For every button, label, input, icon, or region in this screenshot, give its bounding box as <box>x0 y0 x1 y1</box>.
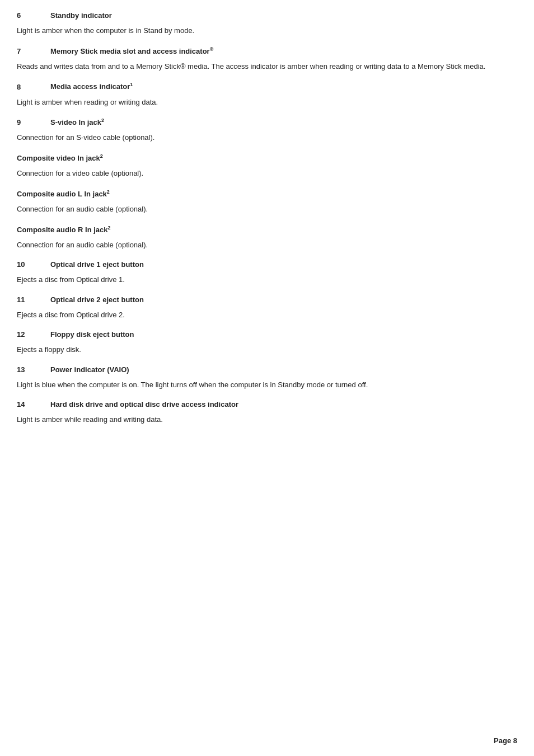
section-title-sup: 2 <box>101 118 104 123</box>
section-body: Light is amber when the computer is in S… <box>17 25 517 36</box>
section-9: 9S-video In jack2Connection for an S-vid… <box>17 118 517 143</box>
section-header: 10Optical drive 1 eject button <box>17 260 517 269</box>
section-body: Connection for an audio cable (optional)… <box>17 240 517 251</box>
section-6: 6Standby indicatorLight is amber when th… <box>17 11 517 36</box>
section-body: Ejects a floppy disk. <box>17 344 517 355</box>
section-body: Reads and writes data from and to a Memo… <box>17 61 517 72</box>
section-nn-5: Composite audio L In jack2Connection for… <box>17 189 517 215</box>
section-title: Media access indicator1 <box>50 82 133 91</box>
section-header: 11Optical drive 2 eject button <box>17 295 517 304</box>
section-title-no-number: Composite audio R In jack2 <box>17 225 517 234</box>
section-title-sup: ® <box>210 46 214 52</box>
section-body: Ejects a disc from Optical drive 1. <box>17 274 517 285</box>
section-number: 6 <box>17 11 50 20</box>
section-title-sup: 1 <box>130 82 133 87</box>
section-title-text: Composite audio L In jack <box>17 190 107 198</box>
section-title: Standby indicator <box>50 11 112 20</box>
section-number: 10 <box>17 260 50 269</box>
section-title-text: Composite audio R In jack <box>17 226 108 234</box>
section-13: 13Power indicator (VAIO)Light is blue wh… <box>17 365 517 391</box>
section-number: 11 <box>17 295 50 304</box>
section-header: 12Floppy disk eject button <box>17 330 517 339</box>
section-body: Light is blue when the computer is on. T… <box>17 379 517 391</box>
section-header: 13Power indicator (VAIO) <box>17 365 517 374</box>
section-title: Optical drive 2 eject button <box>50 295 144 304</box>
section-title-text: Composite video In jack <box>17 154 100 162</box>
section-nn-4: Composite video In jack2Connection for a… <box>17 153 517 179</box>
section-7: 7Memory Stick media slot and access indi… <box>17 46 517 72</box>
section-title-sup: 2 <box>100 153 103 159</box>
section-title: Optical drive 1 eject button <box>50 260 144 269</box>
section-number: 12 <box>17 330 50 339</box>
section-14: 14Hard disk drive and optical disc drive… <box>17 400 517 425</box>
section-body: Connection for an audio cable (optional)… <box>17 204 517 215</box>
section-body: Connection for an S-video cable (optiona… <box>17 132 517 143</box>
section-title: Floppy disk eject button <box>50 330 134 339</box>
section-8: 8Media access indicator1Light is amber w… <box>17 82 517 107</box>
section-number: 8 <box>17 83 50 91</box>
section-header: 8Media access indicator1 <box>17 82 517 91</box>
section-nn-6: Composite audio R In jack2Connection for… <box>17 225 517 251</box>
section-body: Light is amber when reading or writing d… <box>17 97 517 108</box>
section-header: 14Hard disk drive and optical disc drive… <box>17 400 517 408</box>
section-title-sup: 2 <box>108 225 111 231</box>
section-number: 13 <box>17 365 50 374</box>
section-body: Connection for a video cable (optional). <box>17 168 517 179</box>
section-number: 9 <box>17 118 50 126</box>
page-number: Page 8 <box>494 736 517 745</box>
section-header: 7Memory Stick media slot and access indi… <box>17 46 517 55</box>
section-title-no-number: Composite audio L In jack2 <box>17 189 517 198</box>
page-footer: Page 8 <box>494 736 517 745</box>
section-title-no-number: Composite video In jack2 <box>17 153 517 162</box>
section-body: Light is amber while reading and writing… <box>17 414 517 425</box>
section-body: Ejects a disc from Optical drive 2. <box>17 309 517 321</box>
section-title: Hard disk drive and optical disc drive a… <box>50 400 238 408</box>
section-11: 11Optical drive 2 eject buttonEjects a d… <box>17 295 517 321</box>
section-title: S-video In jack2 <box>50 118 104 126</box>
section-number: 14 <box>17 400 50 408</box>
section-number: 7 <box>17 47 50 55</box>
section-10: 10Optical drive 1 eject buttonEjects a d… <box>17 260 517 285</box>
section-header: 6Standby indicator <box>17 11 517 20</box>
section-title-sup: 2 <box>107 189 110 195</box>
section-header: 9S-video In jack2 <box>17 118 517 126</box>
section-title: Power indicator (VAIO) <box>50 365 129 374</box>
section-12: 12Floppy disk eject buttonEjects a flopp… <box>17 330 517 355</box>
section-title: Memory Stick media slot and access indic… <box>50 46 213 55</box>
